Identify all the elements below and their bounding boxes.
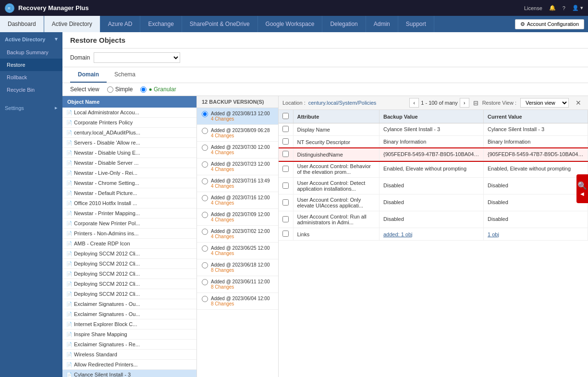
version-item[interactable]: Added @ 2023/06/04 12:008 Changes	[197, 293, 278, 310]
sidebar-item-rollback[interactable]: Rollback	[0, 71, 62, 84]
next-page-button[interactable]: ›	[460, 98, 469, 108]
gear-icon: ⚙	[520, 21, 525, 27]
object-item[interactable]: 📄Deploying SCCM 2012 Cli...	[62, 289, 196, 299]
tab-sharepoint-onedrive[interactable]: SharePoint & OneDrive	[182, 16, 258, 32]
sidebar-settings[interactable]: Settings ▸	[0, 101, 62, 115]
version-radio[interactable]	[202, 229, 208, 235]
row-checkbox[interactable]	[282, 138, 289, 145]
row-checkbox[interactable]	[282, 231, 289, 237]
notification-bell[interactable]: 🔔	[549, 5, 556, 11]
object-item[interactable]: 📄Corporate New Printer Pol...	[62, 219, 196, 229]
version-item[interactable]: Added @ 2023/07/23 12:004 Changes	[197, 158, 278, 175]
object-item[interactable]: 📄Deploying SCCM 2012 Cli...	[62, 269, 196, 279]
tab-domain[interactable]: Domain	[70, 67, 107, 83]
version-radio[interactable]	[202, 296, 208, 302]
object-item[interactable]: 📄Newstar - Default Picture...	[62, 188, 196, 198]
object-item[interactable]: 📄Newstar - Chrome Setting...	[62, 178, 196, 188]
restore-view-select[interactable]: Version view Attribute view	[520, 98, 569, 108]
help-icon[interactable]: ?	[563, 5, 565, 11]
version-item[interactable]: Added @ 2023/07/16 13:494 Changes	[197, 175, 278, 192]
simple-radio-input[interactable]	[107, 86, 113, 93]
object-item[interactable]: 📄Deploying SCCM 2012 Cli...	[62, 279, 196, 289]
version-item[interactable]: Added @ 2023/07/30 12:004 Changes	[197, 142, 278, 158]
object-item[interactable]: 📄Internet Explorer Block C...	[62, 319, 196, 329]
object-item[interactable]: 📄Office 2010 Hotfix Install ...	[62, 198, 196, 208]
object-item[interactable]: 📄Exclaimer Signatures - Ou...	[62, 309, 196, 319]
object-icon: 📄	[66, 261, 72, 267]
object-item[interactable]: 📄Newstar - Disable Server ...	[62, 158, 196, 168]
row-checkbox[interactable]	[282, 216, 289, 222]
domain-select[interactable]	[94, 52, 180, 63]
backup-value-cell: Binary Information	[380, 136, 484, 148]
version-radio[interactable]	[202, 262, 208, 268]
user-menu[interactable]: 👤 ▾	[572, 5, 583, 11]
tab-azure-ad[interactable]: Azure AD	[100, 16, 141, 32]
object-item[interactable]: 📄Wireless Standard	[62, 350, 196, 360]
object-item[interactable]: 📄Exclaimer Signatures - Ou...	[62, 299, 196, 309]
object-item[interactable]: 📄Newstar - Disable Using E...	[62, 148, 196, 158]
row-checkbox[interactable]	[282, 126, 289, 132]
license-link[interactable]: License	[524, 5, 542, 11]
tab-admin[interactable]: Admin	[366, 16, 398, 32]
version-radio[interactable]	[202, 178, 208, 184]
object-item[interactable]: 📄Newstar - Printer Mapping...	[62, 208, 196, 219]
tab-google-workspace[interactable]: Google Workspace	[258, 16, 323, 32]
sidebar-item-backup-summary[interactable]: Backup Summary	[0, 46, 62, 59]
version-radio[interactable]	[202, 279, 208, 285]
version-item[interactable]: Added @ 2023/07/09 12:004 Changes	[197, 209, 278, 226]
account-config-button[interactable]: ⚙ Account Configuration	[515, 19, 584, 29]
select-all-checkbox[interactable]	[282, 113, 289, 119]
backup-value-link[interactable]: added: 1 obj	[383, 231, 413, 237]
object-item[interactable]: 📄Newstar - Live-Only - Rei...	[62, 168, 196, 178]
object-item[interactable]: 📄century.local_ADAuditPlus...	[62, 128, 196, 138]
version-item[interactable]: Added @ 2023/07/02 12:004 Changes	[197, 226, 278, 243]
object-item[interactable]: 📄Allow Redirected Printers...	[62, 360, 196, 370]
version-item[interactable]: Added @ 2023/08/13 12:004 Changes	[197, 108, 278, 125]
versions-label: BACKUP VERSION(S)	[209, 99, 264, 105]
version-item[interactable]: Added @ 2023/06/25 12:004 Changes	[197, 243, 278, 259]
object-item[interactable]: 📄Cylance Silent Install - 3	[62, 370, 196, 377]
version-item[interactable]: Added @ 2023/06/18 12:008 Changes	[197, 259, 278, 276]
tab-schema[interactable]: Schema	[107, 67, 143, 83]
version-radio[interactable]	[202, 111, 208, 117]
radio-granular[interactable]: ● Granular	[140, 86, 176, 93]
row-checkbox[interactable]	[282, 182, 289, 189]
object-item[interactable]: 📄Corporate Printers Policy	[62, 118, 196, 128]
object-item[interactable]: 📄Local Administrator Accou...	[62, 108, 196, 118]
sidebar-item-restore[interactable]: Restore	[0, 59, 62, 71]
object-item[interactable]: 📄Servers - Disable 'Allow re...	[62, 138, 196, 148]
sidebar-item-recycle-bin[interactable]: Recycle Bin	[0, 84, 62, 96]
sidebar-section-active-directory[interactable]: Active Directory ▾	[0, 32, 62, 46]
close-button[interactable]: ✕	[573, 98, 584, 108]
object-item[interactable]: 📄AMB - Create RDP Icon	[62, 239, 196, 249]
version-radio[interactable]	[202, 128, 208, 134]
radio-simple[interactable]: Simple	[107, 86, 133, 93]
version-item[interactable]: Added @ 2023/07/16 12:004 Changes	[197, 192, 278, 209]
tab-exchange[interactable]: Exchange	[140, 16, 182, 32]
version-radio[interactable]	[202, 161, 208, 168]
current-value: Enabled, Elevate without prompting	[488, 166, 571, 171]
tab-delegation[interactable]: Delegation	[322, 16, 366, 32]
current-value-link[interactable]: 1 obj	[488, 231, 499, 237]
tab-support[interactable]: Support	[398, 16, 434, 32]
version-item[interactable]: Added @ 2023/08/09 06:284 Changes	[197, 125, 278, 142]
version-radio[interactable]	[202, 245, 208, 252]
version-item[interactable]: Added @ 2023/06/11 12:008 Changes	[197, 276, 278, 293]
version-radio[interactable]	[202, 145, 208, 151]
object-item[interactable]: 📄Printers - Non-Admins ins...	[62, 229, 196, 239]
tab-active-directory[interactable]: Active Directory	[44, 16, 100, 32]
filter-icon[interactable]: ⊟	[473, 99, 478, 107]
object-item[interactable]: 📄Exclaimer Signatures - Re...	[62, 340, 196, 350]
granular-radio-input[interactable]	[140, 86, 147, 93]
row-checkbox[interactable]	[282, 151, 289, 157]
row-checkbox[interactable]	[282, 199, 289, 206]
object-item[interactable]: 📄Deploying SCCM 2012 Cli...	[62, 249, 196, 259]
version-radio[interactable]	[202, 195, 208, 201]
object-item[interactable]: 📄Inspire Share Mapping	[62, 329, 196, 340]
prev-page-button[interactable]: ‹	[409, 98, 419, 108]
object-item[interactable]: 📄Deploying SCCM 2012 Cli...	[62, 259, 196, 269]
zoom-button[interactable]: 🔍 ◀	[576, 174, 588, 203]
tab-dashboard[interactable]: Dashboard	[0, 16, 44, 32]
row-checkbox[interactable]	[282, 166, 289, 172]
version-radio[interactable]	[202, 212, 208, 218]
